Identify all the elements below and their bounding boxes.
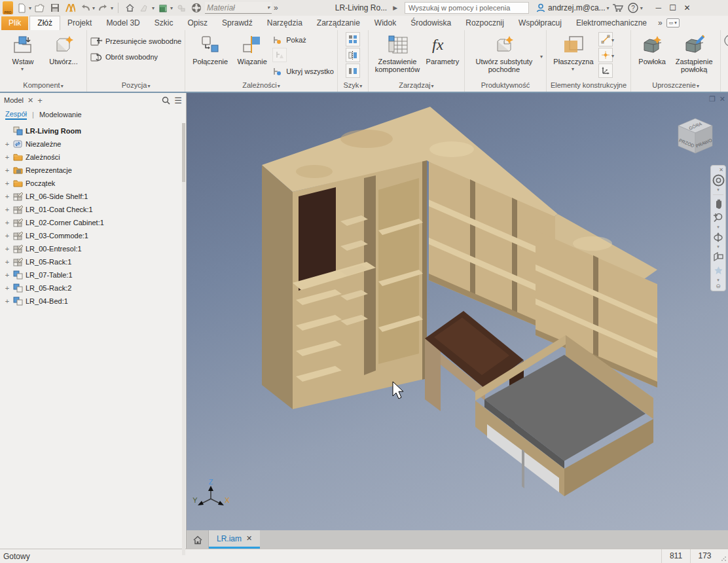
orbit-dropdown[interactable]: ▾: [717, 244, 719, 249]
tree-item-pocz-tek[interactable]: +Początek: [4, 177, 186, 190]
tab-opisz[interactable]: Opisz: [180, 16, 215, 30]
utworz-button[interactable]: Utwórz...: [44, 32, 83, 65]
measure-icon[interactable]: [138, 2, 151, 14]
mirror-button[interactable]: [346, 48, 360, 62]
save-icon[interactable]: [48, 2, 62, 14]
tree-item-zale-no-ci[interactable]: +Zależności: [4, 151, 186, 164]
obrot-button[interactable]: Obrót swobodny: [90, 49, 181, 65]
zestawienie-button[interactable]: Zestawienie komponentów: [372, 32, 423, 73]
tab-złóż[interactable]: Złóż: [29, 16, 60, 30]
close-button[interactable]: ✕: [680, 2, 695, 14]
browser-add-tab-icon[interactable]: +: [37, 96, 43, 105]
material-combobox[interactable]: Materiał▾: [205, 2, 272, 14]
new-file-dropdown[interactable]: ▾: [29, 5, 31, 11]
wiazanie-button[interactable]: Wiązanie: [233, 32, 271, 65]
show-sick-constraints-button[interactable]: [272, 48, 287, 62]
subtab-zespol[interactable]: Zespół: [5, 110, 27, 120]
viewport-split-icon[interactable]: ❐: [709, 95, 716, 103]
browser-menu-icon[interactable]: ☰: [174, 96, 182, 105]
tab-szkic[interactable]: Szkic: [147, 16, 181, 30]
ribbon-options-button[interactable]: ▾: [724, 35, 728, 46]
viewport-3d[interactable]: Z Y X GÓRA PRZÓD PRAWO ❐ ✕ ✕: [187, 93, 728, 549]
ucs-button[interactable]: [598, 64, 613, 78]
tab-zarządzanie[interactable]: Zarządzanie: [310, 16, 367, 30]
tree-item-lr-06-side-shelf-1[interactable]: +LR_06-Side Shelf:1: [4, 190, 186, 203]
iproperties-icon[interactable]: [64, 2, 77, 14]
document-tab-close-icon[interactable]: ✕: [246, 534, 252, 543]
group-label-zaleznosci[interactable]: Zależności ▾: [185, 81, 337, 92]
inventor-logo-icon[interactable]: PRO: [3, 1, 13, 14]
appearance-dropdown[interactable]: ▾: [170, 5, 173, 11]
look-at-icon[interactable]: [712, 250, 725, 263]
group-label-pozycja[interactable]: Pozycja ▾: [87, 81, 185, 92]
browser-tab-model[interactable]: Model: [4, 96, 24, 104]
orbit-icon[interactable]: [712, 230, 725, 244]
view-face-icon[interactable]: [712, 264, 725, 277]
group-label-komponent[interactable]: Komponent ▾: [0, 81, 86, 92]
tree-expand-icon[interactable]: +: [4, 192, 10, 200]
ukryj-button[interactable]: Ukryj wszystko: [272, 64, 334, 79]
browser-tab-close-icon[interactable]: ✕: [27, 96, 33, 105]
tree-item-reprezentacje[interactable]: +Reprezentacje: [4, 164, 186, 177]
maximize-button[interactable]: ☐: [666, 2, 680, 14]
undo-icon[interactable]: [79, 2, 92, 14]
home-tab-button[interactable]: [187, 530, 209, 549]
work-axis-button[interactable]: [598, 32, 613, 46]
resize-grip[interactable]: [719, 549, 728, 563]
tab-rozpocznij[interactable]: Rozpocznij: [458, 16, 511, 30]
assembly-3d-scene[interactable]: Z Y X GÓRA PRZÓD PRAWO: [187, 93, 728, 530]
tab-sprawdź[interactable]: Sprawdź: [215, 16, 260, 30]
tree-item-niezale-ne[interactable]: +Niezależne: [4, 137, 186, 151]
pokaz-button[interactable]: Pokaż: [272, 32, 334, 48]
tree-expand-icon[interactable]: +: [4, 219, 10, 227]
tab-model-3d[interactable]: Model 3D: [99, 16, 147, 30]
help-icon[interactable]: ?: [627, 2, 640, 14]
tab-narzędzia[interactable]: Narzędzia: [260, 16, 310, 30]
tab-plik[interactable]: Plik: [1, 16, 28, 30]
tree-item-lr-07-table-1[interactable]: +LR_07-Table:1: [4, 268, 186, 282]
tree-expand-icon[interactable]: +: [4, 140, 10, 148]
tree-expand-icon[interactable]: +: [4, 232, 10, 240]
store-cart-icon[interactable]: [611, 2, 625, 14]
pattern-button[interactable]: [346, 32, 360, 46]
work-point-dropdown[interactable]: ▾: [611, 53, 614, 59]
tree-expand-icon[interactable]: +: [4, 284, 10, 292]
tree-expand-icon[interactable]: +: [4, 166, 10, 174]
tab-projekt[interactable]: Projekt: [60, 16, 99, 30]
work-axis-dropdown[interactable]: ▾: [611, 37, 614, 43]
qat-overflow[interactable]: »: [274, 3, 278, 12]
tree-expand-icon[interactable]: +: [4, 179, 10, 187]
material-browser-icon[interactable]: [190, 2, 203, 14]
tree-item-lr-03-commode-1[interactable]: +LR_03-Commode:1: [4, 229, 186, 242]
tree-scrollbar[interactable]: [182, 123, 185, 555]
tree-item-lr-04-bed-1[interactable]: +LR_04-Bed:1: [4, 295, 186, 308]
subtab-modelowanie[interactable]: Modelowanie: [39, 111, 82, 118]
minimize-button[interactable]: ─: [651, 2, 666, 14]
pan-icon[interactable]: [712, 197, 725, 210]
redo-dropdown[interactable]: ▾: [111, 5, 113, 11]
polaczenie-button[interactable]: Połączenie: [189, 32, 232, 65]
open-file-icon[interactable]: [33, 2, 46, 14]
tree-expand-icon[interactable]: +: [4, 258, 10, 266]
tab-środowiska[interactable]: Środowiska: [403, 16, 458, 30]
tree-item-lr-00-entresol-1[interactable]: +LR_00-Entresol:1: [4, 242, 186, 255]
powloka-button[interactable]: Powłoka: [634, 32, 670, 65]
tree-item-lr-living-room[interactable]: LR-Living Room: [4, 124, 186, 137]
help-search-input[interactable]: Wyszukaj w pomocy i polecenia: [405, 2, 529, 14]
help-dropdown[interactable]: ▾: [640, 5, 643, 11]
tab-widok[interactable]: Widok: [367, 16, 403, 30]
ribbon-display-toggle[interactable]: ▭ ▾: [666, 18, 680, 27]
home-view-icon[interactable]: [123, 2, 136, 14]
measure-dropdown[interactable]: ▾: [152, 5, 155, 11]
viewport-close-icon[interactable]: ✕: [719, 95, 725, 103]
appearance-icon[interactable]: [156, 2, 170, 14]
zoom-dropdown[interactable]: ▾: [717, 225, 719, 230]
tree-expand-icon[interactable]: +: [4, 245, 10, 253]
wardrobe-left-3d[interactable]: [262, 159, 427, 409]
tree-item-lr-05-rack-1[interactable]: +LR_05-Rack:1: [4, 255, 186, 268]
tab-współpracuj[interactable]: Współpracuj: [511, 16, 569, 30]
navbar-close-icon[interactable]: ✕: [719, 167, 725, 173]
browser-search-icon[interactable]: [162, 96, 170, 105]
group-label-szyk[interactable]: Szyk ▾: [338, 81, 368, 92]
undo-dropdown[interactable]: ▾: [92, 5, 95, 11]
